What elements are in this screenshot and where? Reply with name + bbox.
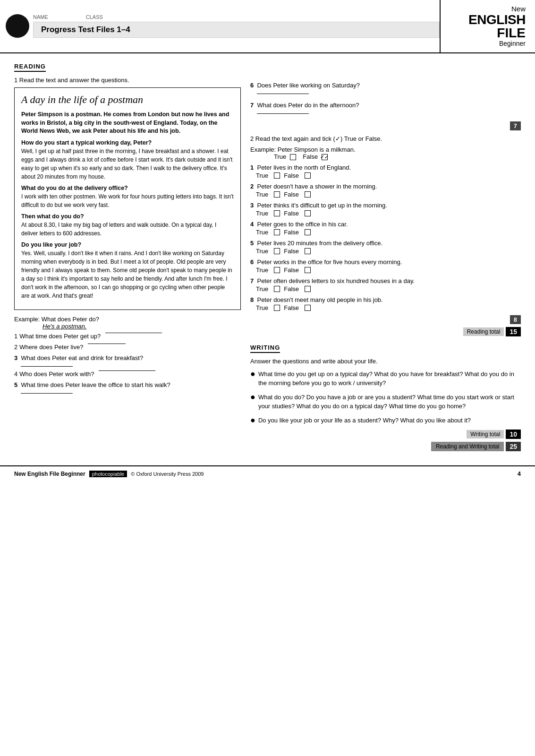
- name-label: NAME: [33, 14, 48, 20]
- tf-true-checkbox[interactable]: [290, 154, 296, 160]
- list-item: ● Do you like your job or your life as a…: [250, 416, 521, 425]
- tf-item: 7 Peter often delivers letters to six hu…: [250, 277, 521, 292]
- tf-false-box[interactable]: [305, 305, 311, 311]
- tf-item: 5 Peter lives 20 minutes from the delive…: [250, 240, 521, 255]
- header-left: NAME CLASS Progress Test Files 1–4: [0, 0, 441, 52]
- score-8: 8: [510, 315, 521, 324]
- tf-item: 6 Peter works in the office for five hou…: [250, 258, 521, 274]
- passage-box: A day in the life of a postman Peter Sim…: [14, 87, 241, 310]
- q2-block: 2 Read the text again and tick (✓) True …: [250, 135, 521, 452]
- tf-q-text: 3 Peter thinks it's difficult to get up …: [250, 202, 387, 209]
- tf-true-box[interactable]: [274, 286, 280, 292]
- tf-true-box[interactable]: [274, 172, 280, 179]
- tf-false-box[interactable]: [305, 172, 311, 179]
- tf-false-box[interactable]: [305, 191, 311, 198]
- passage-q3: Then what do you do?: [21, 213, 234, 220]
- tf-example-text: Example: Peter Simpson is a milkman.: [250, 146, 356, 153]
- writing-total-label: Writing total: [467, 430, 504, 438]
- class-label: CLASS: [86, 14, 103, 20]
- writing-total-row: Writing total 10: [250, 430, 521, 439]
- bullet-text-1: What time do you get up on a typical day…: [258, 369, 521, 388]
- answer-line[interactable]: [99, 370, 155, 371]
- tf-q-text: 2 Peter doesn't have a shower in the mor…: [250, 183, 377, 190]
- tf-item: 3 Peter thinks it's difficult to get up …: [250, 202, 521, 217]
- score-8-value: 8: [510, 315, 521, 324]
- tf-false-box[interactable]: [305, 267, 311, 273]
- main-content: READING 1 Read the text and answer the q…: [0, 53, 535, 456]
- tf-q-text: 5 Peter lives 20 minutes from the delive…: [250, 240, 382, 247]
- answer-line[interactable]: [257, 113, 309, 114]
- tf-row: True False: [256, 172, 521, 179]
- example-block: Example: What does Peter do? He's a post…: [14, 316, 241, 330]
- header-fields: NAME CLASS: [33, 14, 440, 20]
- header-title: Progress Test Files 1–4: [33, 22, 440, 38]
- footer-left: New English File Beginner photocopiable …: [14, 471, 204, 477]
- tf-item: 1 Peter lives in the north of England. T…: [250, 164, 521, 179]
- tf-true-box[interactable]: [274, 229, 280, 235]
- list-item: 3 What does Peter eat and drink for brea…: [14, 354, 241, 367]
- page-header: NAME CLASS Progress Test Files 1–4 New E…: [0, 0, 535, 53]
- tf-row: True False: [256, 229, 521, 236]
- answer-line[interactable]: [88, 344, 126, 344]
- tf-item: 8 Peter doesn't meet many old people in …: [250, 296, 521, 311]
- example-question: Example: What does Peter do?: [14, 316, 99, 323]
- tf-row: True False: [256, 210, 521, 217]
- tf-false-box[interactable]: [305, 248, 311, 254]
- reading-questions-right: 6 Does Peter like working on Saturday? 7…: [250, 82, 521, 114]
- score-7-block: 7: [250, 121, 521, 130]
- writing-bullets: ● What time do you get up on a typical d…: [250, 369, 521, 425]
- tf-false-box[interactable]: [305, 286, 311, 292]
- tf-example-row: True False ✓: [274, 153, 521, 160]
- brand-english: ENGLISH: [468, 13, 526, 26]
- reading-questions-list: 1 What time does Peter get up? 2 Where d…: [14, 333, 241, 394]
- tf-false-box[interactable]: [305, 229, 311, 235]
- passage-q1: How do you start a typical working day, …: [21, 139, 234, 146]
- footer-page-number: 4: [518, 470, 521, 477]
- list-item: 2 Where does Peter live?: [14, 344, 241, 351]
- list-item: 4 Who does Peter work with?: [14, 370, 241, 378]
- tf-true-label: True: [274, 153, 286, 160]
- tf-false-box[interactable]: [305, 210, 311, 216]
- tf-true-box[interactable]: [274, 267, 280, 273]
- q-text: Who does Peter work with?: [19, 370, 94, 378]
- bullet-icon: ●: [250, 369, 255, 388]
- q1-intro: 1 Read the text and answer the questions…: [14, 77, 241, 84]
- q-text: 3 What does Peter eat and drink for brea…: [14, 354, 143, 361]
- answer-line[interactable]: [105, 333, 162, 333]
- header-name-class: NAME CLASS Progress Test Files 1–4: [33, 14, 440, 38]
- answer-line[interactable]: [257, 94, 309, 94]
- tf-item: 2 Peter doesn't have a shower in the mor…: [250, 183, 521, 198]
- tf-true-box[interactable]: [274, 305, 280, 311]
- tf-true-box[interactable]: [274, 248, 280, 254]
- answer-line[interactable]: [21, 366, 73, 367]
- list-item: 6 Does Peter like working on Saturday?: [250, 82, 521, 94]
- bullet-text-2: What do you do? Do you have a job or are…: [258, 393, 521, 411]
- list-item: ● What do you do? Do you have a job or a…: [250, 393, 521, 411]
- tf-false-label: False: [303, 153, 318, 160]
- tf-q-text: 6 Peter works in the office for five hou…: [250, 258, 402, 266]
- rw-total-row: Reading and Writing total 25: [250, 442, 521, 451]
- tf-false-checkbox[interactable]: ✓: [322, 154, 328, 160]
- tf-item: 4 Peter goes to the office in his car. T…: [250, 221, 521, 236]
- q-number: 1: [14, 333, 17, 340]
- tf-q-text: 7 Peter often delivers letters to six hu…: [250, 277, 415, 284]
- q-text: 7 What does Peter do in the afternoon?: [250, 102, 359, 109]
- example-answer: He's a postman.: [42, 323, 241, 330]
- q-text: What time does Peter get up?: [19, 333, 101, 340]
- q-number: 2: [14, 344, 17, 351]
- tf-true-box[interactable]: [274, 191, 280, 198]
- score-7-value: 7: [510, 121, 521, 130]
- bullet-icon: ●: [250, 416, 255, 425]
- reading-section-label: READING: [14, 63, 46, 72]
- brand-block: New ENGLISH FILE Beginner: [441, 0, 535, 52]
- tf-example: Example: Peter Simpson is a milkman. Tru…: [250, 146, 521, 160]
- tf-true-box[interactable]: [274, 210, 280, 216]
- list-item: 5 What time does Peter leave the office …: [14, 381, 241, 394]
- answer-line[interactable]: [21, 393, 73, 394]
- passage-a4: Yes. Well, usually. I don't like it when…: [21, 249, 234, 300]
- list-item: ● What time do you get up on a typical d…: [250, 369, 521, 388]
- tf-questions-list: 1 Peter lives in the north of England. T…: [250, 164, 521, 311]
- reading-total-value: 15: [506, 327, 521, 336]
- bullet-text-3: Do you like your job or your life as a s…: [258, 416, 471, 425]
- bullet-icon: ●: [250, 393, 255, 411]
